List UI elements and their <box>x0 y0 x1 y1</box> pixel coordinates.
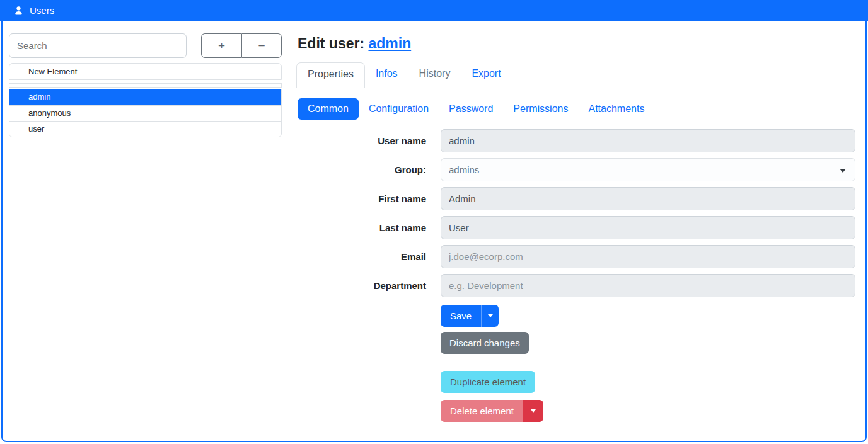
list-item-new-element[interactable]: New Element <box>9 63 282 80</box>
tab-bar: Properties Infos History Export <box>296 62 512 88</box>
form-row: Group: admins <box>298 158 855 181</box>
form-row: User name <box>298 129 855 152</box>
tab-properties[interactable]: Properties <box>296 62 365 88</box>
page-title: Edit user: admin <box>298 35 411 52</box>
remove-element-button[interactable]: − <box>241 33 282 58</box>
edited-user-link[interactable]: admin <box>368 35 411 52</box>
save-button[interactable]: Save <box>441 310 481 321</box>
discard-changes-button[interactable]: Discard changes <box>441 332 529 354</box>
save-split-button: Save <box>441 305 499 327</box>
search-input[interactable] <box>9 33 187 58</box>
delete-dropdown-toggle[interactable] <box>523 400 543 422</box>
form-row: Email <box>298 245 855 268</box>
save-dropdown-toggle[interactable] <box>481 305 499 327</box>
top-navbar: Users <box>0 0 868 21</box>
chevron-down-icon <box>840 169 846 173</box>
last-name-label: Last name <box>298 222 441 233</box>
group-select-value: admins <box>449 164 479 175</box>
list-separator <box>9 83 282 88</box>
caret-down-icon <box>488 314 493 317</box>
email-label: Email <box>298 251 441 262</box>
subtab-configuration[interactable]: Configuration <box>359 98 439 120</box>
duplicate-element-button: Duplicate element <box>441 371 535 393</box>
list-item-user[interactable]: user <box>9 121 281 137</box>
form-row: Last name <box>298 216 855 239</box>
first-name-input <box>441 187 855 210</box>
tab-infos[interactable]: Infos <box>365 62 408 88</box>
page-title-prefix: Edit user: <box>298 35 368 52</box>
element-list: New Element admin anonymous user <box>9 63 282 137</box>
subtab-password[interactable]: Password <box>439 98 503 120</box>
email-input <box>441 245 855 268</box>
user-form: User name Group: admins First name Last … <box>298 129 855 303</box>
department-input <box>441 274 855 297</box>
tab-export[interactable]: Export <box>461 62 511 88</box>
add-element-button[interactable]: + <box>201 33 241 58</box>
delete-element-button: Delete element <box>441 400 523 422</box>
group-select[interactable]: admins <box>441 158 855 181</box>
tab-history: History <box>408 62 461 88</box>
caret-down-icon <box>531 409 536 413</box>
app-title: Users <box>30 5 54 16</box>
person-icon <box>13 5 24 16</box>
form-row: First name <box>298 187 855 210</box>
list-toolbar: + − <box>201 33 282 58</box>
group-label: Group: <box>298 164 441 175</box>
department-label: Department <box>298 280 441 291</box>
list-item-admin[interactable]: admin <box>9 89 281 105</box>
first-name-label: First name <box>298 193 441 204</box>
delete-split-button: Delete element <box>441 400 543 422</box>
subtab-bar: Common Configuration Password Permission… <box>298 98 654 120</box>
user-list: admin anonymous user <box>9 89 282 137</box>
list-item-anonymous[interactable]: anonymous <box>9 105 281 121</box>
user-name-input <box>441 129 855 152</box>
subtab-attachments[interactable]: Attachments <box>578 98 654 120</box>
app-window: Users + − New Element admin anonymous us… <box>0 0 868 444</box>
subtab-permissions[interactable]: Permissions <box>503 98 578 120</box>
last-name-input <box>441 216 855 239</box>
form-row: Department <box>298 274 855 297</box>
user-name-label: User name <box>298 135 441 146</box>
subtab-common[interactable]: Common <box>298 98 359 120</box>
